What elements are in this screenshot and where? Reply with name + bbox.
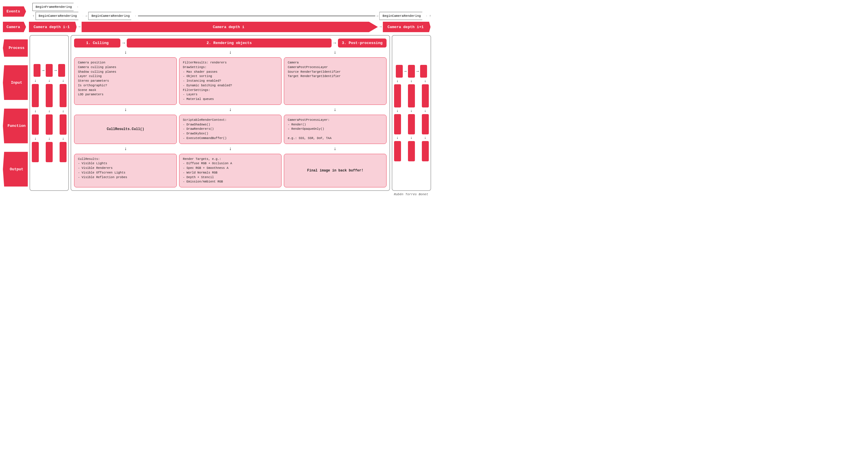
process-title-row: 1. Culling → 2. Rendering objects → 3. P… [74,38,386,48]
left-side-bars: → → ↓ ↓ ↓ ↓ [30,35,69,191]
postprocess-output: Final image in back buffer! [284,154,386,188]
postprocess-title: 3. Post-processing [338,38,386,48]
h-arrow-1: → [42,68,44,73]
r-bar-f3 [422,114,429,134]
begin-camera-arrow-1: BeginCameraRendering [36,12,83,20]
bar-3 [58,64,65,77]
d-arr-post-3: ↓ [283,146,386,151]
h-arrow-2: → [54,68,56,73]
bar-out-2 [46,142,53,162]
r-bar-o3 [422,141,429,161]
culling-function: CullResults.Cull() [74,115,177,144]
bar-func-3 [60,114,66,135]
camera-depth-i: Camera depth i [82,22,378,32]
r-bar-i1 [394,84,401,108]
events-label: Events [3,6,26,17]
camera-depth-plus: Camera depth i+1 [383,22,431,32]
d-arrow-7: ↓ [32,136,39,141]
center-content: 1. Culling → 2. Rendering objects → 3. P… [71,35,390,191]
input-row: Camera position Camera culling planes Sh… [74,57,386,105]
culling-input: Camera position Camera culling planes Sh… [74,57,177,105]
d-arrow-5: ↓ [46,109,53,113]
d-arr-rend-2: ↓ [179,107,282,112]
d-arr-rend-3: ↓ [179,146,282,151]
cam-arrow-2: → [380,25,382,29]
postprocess-function: CameraPostProcessLayer: - Render() - Ren… [284,115,386,144]
output-label-side: Output [3,152,28,187]
r-bar-o1 [394,141,401,161]
function-row: CullResults.Cull() ScriptableRenderConte… [74,115,386,144]
r-bar-1 [396,65,403,78]
credit-text: Rubén Torres Bonet [3,193,431,196]
bar-func-1 [32,114,39,135]
r-bar-i3 [422,84,429,108]
r-bar-i2 [408,84,415,108]
begin-camera-arrow-3: BeginCameraRendering [379,12,427,20]
begin-camera-arrow-2: BeginCameraRendering [88,12,136,20]
bar-input-2 [46,84,53,107]
output-row: CullResults: - Visible Lights - Visible … [74,154,386,188]
d-arrow-3: ↓ [60,79,66,83]
d-arr-post-2: ↓ [283,107,386,112]
left-labels: Process Input Function Output [3,35,28,191]
top-section: Events BeginFrameRendering ↑ BeginCamera… [3,3,431,32]
r-h-arrow-1: → [404,69,406,74]
down-arrows-3: ↓ ↓ ↓ [74,146,386,151]
bar-2 [46,64,53,77]
bar-input-1 [32,84,39,107]
d-arrow-1: ↓ [32,79,39,83]
rendering-title: 2. Rendering objects [127,38,332,48]
r-bar-o2 [408,141,415,161]
cam-arrow-1: → [79,25,81,29]
d-arr-post: ↓ [283,50,386,55]
r-bar-f1 [394,114,401,134]
d-arrow-9: ↓ [60,136,66,141]
r-bar-3 [420,65,427,78]
d-arrow-6: ↓ [60,109,66,113]
culling-output: CullResults: - Visible Lights - Visible … [74,154,177,188]
process-arrow-1: → [122,40,125,46]
r-bar-2 [408,65,415,78]
culling-title: 1. Culling [74,38,120,48]
down-arrows-1: ↓ ↓ ↓ [74,50,386,55]
postprocess-input: Camera CameraPostProcessLayer Source Ren… [284,57,386,105]
rendering-output: Render Targets, e.g.: - Diffuse RGB + Oc… [179,154,282,188]
right-side-bars: → → ↓ ↓ ↓ ↓ ↓ [392,35,431,191]
d-arr-cull: ↓ [74,50,177,55]
begin-frame-arrow: BeginFrameRendering [32,3,78,11]
camera-label: Camera [3,22,26,32]
process-label-side: Process [3,39,28,57]
d-arrow-8: ↓ [46,136,53,141]
bar-input-3 [60,84,66,107]
input-label-side: Input [3,65,28,100]
main-section: Process Input Function Output → → ↓ ↓ ↓ [3,35,431,191]
r-h-arrow-2: → [416,69,418,74]
camera-depth-minus: Camera depth i-1 [29,22,77,32]
d-arr-cull-3: ↓ [74,146,177,151]
rendering-function: ScriptableRenderContext: - DrawShadows()… [179,115,282,144]
bar-out-1 [32,142,39,162]
d-arr-cull-2: ↓ [74,107,177,112]
d-arrow-2: ↓ [46,79,53,83]
d-arrow-4: ↓ [32,109,39,113]
process-arrow-2: → [333,40,336,46]
down-arrows-2: ↓ ↓ ↓ [74,107,386,112]
bar-func-2 [46,114,53,135]
bar-out-3 [60,142,66,162]
bar-1 [34,64,40,77]
rendering-input: FilterResults: renderers DrawSettings: -… [179,57,282,105]
r-bar-f2 [408,114,415,134]
function-label-side: Function [3,109,28,143]
d-arr-rend: ↓ [179,50,282,55]
diagram: Events BeginFrameRendering ↑ BeginCamera… [0,0,434,199]
